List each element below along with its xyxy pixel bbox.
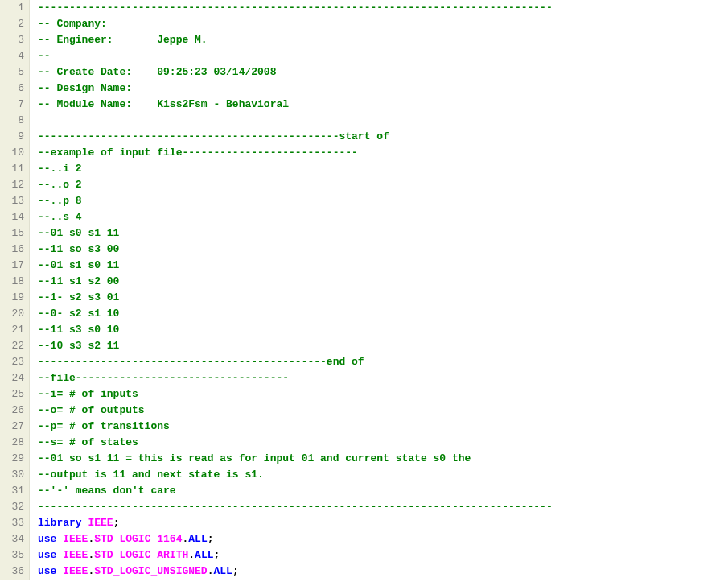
token-comment: --..p 8 bbox=[38, 195, 82, 207]
code-line[interactable]: --01 s0 s1 11 bbox=[38, 225, 553, 241]
line-number: 25 bbox=[3, 386, 24, 402]
token-keyword: use bbox=[38, 549, 56, 561]
token-keyword: use bbox=[38, 533, 56, 545]
line-number: 4 bbox=[3, 48, 24, 64]
token-comment: --01 s1 s0 11 bbox=[38, 259, 119, 271]
token-comment: --01 so s1 11 = this is read as for inpu… bbox=[38, 452, 477, 464]
token-comment: -- Design Name: bbox=[38, 82, 138, 94]
token-comment: --0- s2 s1 10 bbox=[38, 308, 119, 320]
code-line[interactable]: --output is 11 and next state is s1. bbox=[38, 467, 553, 483]
code-line[interactable]: -- Engineer: Jeppe M. bbox=[38, 32, 553, 48]
line-number: 7 bbox=[3, 97, 24, 113]
token-comment: --..i 2 bbox=[38, 163, 82, 175]
token-lib: STD_LOGIC_ARITH bbox=[94, 549, 188, 561]
code-line[interactable]: --example of input file-----------------… bbox=[38, 145, 553, 161]
line-number: 29 bbox=[3, 451, 24, 467]
line-number: 24 bbox=[3, 370, 24, 386]
code-line[interactable]: --..s 4 bbox=[38, 209, 553, 225]
code-line[interactable]: ----------------------------------------… bbox=[38, 499, 553, 515]
token-comment: --s= # of states bbox=[38, 436, 138, 448]
code-line[interactable]: ----------------------------------------… bbox=[38, 0, 553, 16]
token-comment: --'-' means don't care bbox=[38, 485, 176, 497]
token-comment: --11 s3 s0 10 bbox=[38, 324, 119, 336]
token-lib: IEEE bbox=[63, 565, 88, 577]
token-punct: ; bbox=[208, 533, 214, 545]
line-number: 20 bbox=[3, 306, 24, 322]
code-line[interactable]: use IEEE.STD_LOGIC_1164.ALL; bbox=[38, 531, 553, 547]
line-number: 33 bbox=[3, 515, 24, 531]
line-number: 5 bbox=[3, 64, 24, 80]
line-number: 34 bbox=[3, 531, 24, 547]
code-line[interactable]: --01 s1 s0 11 bbox=[38, 258, 553, 274]
token-lib: IEEE bbox=[63, 533, 88, 545]
token-comment: --11 s1 s2 00 bbox=[38, 275, 119, 287]
code-line[interactable]: --'-' means don't care bbox=[38, 483, 553, 499]
line-number: 14 bbox=[3, 209, 24, 225]
line-number: 11 bbox=[3, 161, 24, 177]
token-punct: ; bbox=[232, 565, 239, 577]
code-line[interactable] bbox=[38, 113, 553, 129]
code-line[interactable]: -- Create Date: 09:25:23 03/14/2008 bbox=[38, 64, 553, 80]
code-line[interactable]: --11 s1 s2 00 bbox=[38, 274, 553, 290]
code-line[interactable]: --..p 8 bbox=[38, 193, 553, 209]
code-line[interactable]: --10 s3 s2 11 bbox=[38, 338, 553, 354]
code-line[interactable]: -- Company: bbox=[38, 16, 553, 32]
code-line[interactable]: --1- s2 s3 01 bbox=[38, 290, 553, 306]
token-comment: ----------------------------------------… bbox=[38, 2, 553, 14]
token-punct: . bbox=[208, 565, 214, 577]
token-comment: --o= # of outputs bbox=[38, 404, 145, 416]
line-number: 30 bbox=[3, 467, 24, 483]
line-number: 9 bbox=[3, 129, 24, 145]
token-comment: --..o 2 bbox=[38, 179, 82, 191]
token-comment: --file---------------------------------- bbox=[38, 372, 289, 384]
code-line[interactable]: --..o 2 bbox=[38, 177, 553, 193]
line-number: 36 bbox=[3, 563, 24, 580]
token-lib: IEEE bbox=[88, 517, 113, 529]
token-punct: . bbox=[188, 549, 195, 561]
code-line[interactable]: ----------------------------------------… bbox=[38, 354, 553, 370]
token-comment: --..s 4 bbox=[38, 211, 82, 223]
code-line[interactable]: --file---------------------------------- bbox=[38, 370, 553, 386]
token-keyword: library bbox=[38, 517, 82, 529]
code-line[interactable]: ----------------------------------------… bbox=[38, 129, 553, 145]
line-number: 27 bbox=[3, 419, 24, 435]
token-comment: -- Company: bbox=[38, 18, 113, 30]
code-line[interactable]: use IEEE.STD_LOGIC_UNSIGNED.ALL; bbox=[38, 563, 553, 580]
token-punct: ; bbox=[113, 517, 120, 529]
token-comment: --01 s0 s1 11 bbox=[38, 227, 119, 239]
code-line[interactable]: --01 so s1 11 = this is read as for inpu… bbox=[38, 451, 553, 467]
code-line[interactable]: --0- s2 s1 10 bbox=[38, 306, 553, 322]
line-number: 13 bbox=[3, 193, 24, 209]
token-lib: STD_LOGIC_1164 bbox=[94, 533, 182, 545]
line-number: 15 bbox=[3, 225, 24, 241]
line-number: 35 bbox=[3, 547, 24, 563]
code-area[interactable]: ----------------------------------------… bbox=[30, 0, 553, 580]
line-number: 10 bbox=[3, 145, 24, 161]
token-comment: --output is 11 and next state is s1. bbox=[38, 468, 264, 481]
line-number: 17 bbox=[3, 258, 24, 274]
code-line[interactable]: --11 so s3 00 bbox=[38, 241, 553, 258]
code-line[interactable]: -- Module Name: Kiss2Fsm - Behavioral bbox=[38, 97, 553, 113]
code-line[interactable]: -- bbox=[38, 48, 553, 64]
code-line[interactable]: --o= # of outputs bbox=[38, 402, 553, 419]
code-line[interactable]: --p= # of transitions bbox=[38, 419, 553, 435]
line-number: 32 bbox=[3, 499, 24, 515]
code-line[interactable]: -- Design Name: bbox=[38, 80, 553, 97]
code-line[interactable]: --i= # of inputs bbox=[38, 386, 553, 402]
line-number: 26 bbox=[3, 402, 24, 419]
token-comment: ----------------------------------------… bbox=[38, 501, 553, 513]
code-line[interactable]: --..i 2 bbox=[38, 161, 553, 177]
token-comment: ----------------------------------------… bbox=[38, 356, 370, 368]
token-keyword: ALL bbox=[195, 549, 213, 561]
code-line[interactable]: --11 s3 s0 10 bbox=[38, 322, 553, 338]
token-keyword: ALL bbox=[214, 565, 232, 577]
token-keyword: ALL bbox=[188, 533, 207, 545]
line-number: 31 bbox=[3, 483, 24, 499]
token-keyword: use bbox=[38, 565, 56, 577]
code-line[interactable]: use IEEE.STD_LOGIC_ARITH.ALL; bbox=[38, 547, 553, 563]
code-line[interactable]: library IEEE; bbox=[38, 515, 553, 531]
token-lib: STD_LOGIC_UNSIGNED bbox=[94, 565, 207, 577]
code-line[interactable]: --s= # of states bbox=[38, 435, 553, 451]
line-number: 21 bbox=[3, 322, 24, 338]
line-number: 6 bbox=[3, 80, 24, 97]
